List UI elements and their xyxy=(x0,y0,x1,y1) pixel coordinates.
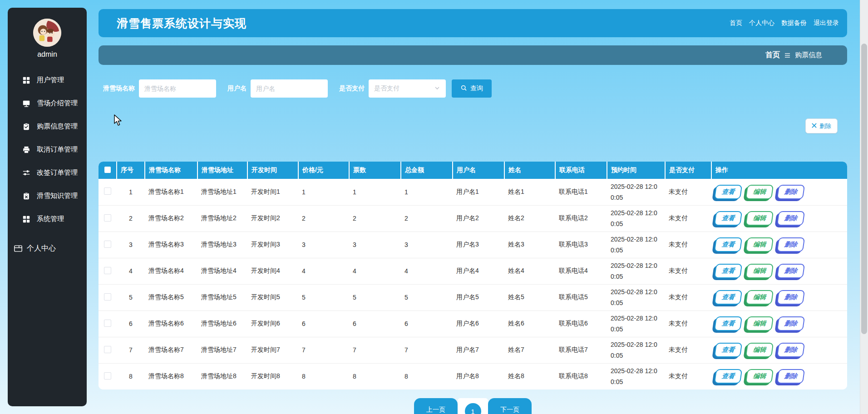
cell-paid: 未支付 xyxy=(665,363,711,389)
col-header-11: 是否支付 xyxy=(665,162,711,179)
cell-name: 滑雪场名称1 xyxy=(145,179,197,205)
edit-button[interactable]: 编辑 xyxy=(745,264,774,278)
sidebar-item-label: 滑雪知识管理 xyxy=(37,192,78,200)
row-checkbox[interactable] xyxy=(104,346,111,353)
cell-reserve_time: 2025-02-28 12:00:05 xyxy=(607,284,665,310)
delete-button[interactable]: 删除 xyxy=(777,343,805,357)
row-checkbox[interactable] xyxy=(104,320,111,327)
table-body: 1滑雪场名称1滑雪场地址1开发时间1111用户名1姓名1联系电话12025-02… xyxy=(99,179,847,389)
table-row: 5滑雪场名称5滑雪场地址5开发时间5555用户名5姓名5联系电话52025-02… xyxy=(99,284,847,310)
cell-realname: 姓名2 xyxy=(504,205,555,232)
sidebar-item-4[interactable]: 改签订单管理 xyxy=(8,161,87,184)
sidebar-item-1[interactable]: 雪场介绍管理 xyxy=(8,92,87,115)
edit-button[interactable]: 编辑 xyxy=(745,211,774,226)
cell-phone: 联系电话3 xyxy=(555,232,607,258)
view-button[interactable]: 查看 xyxy=(714,316,742,331)
view-button[interactable]: 查看 xyxy=(714,369,742,384)
scrollbar-track[interactable] xyxy=(860,0,868,414)
nav-link-3[interactable]: 退出登录 xyxy=(814,19,839,27)
edit-button[interactable]: 编辑 xyxy=(745,237,774,252)
edit-button[interactable]: 编辑 xyxy=(745,343,774,357)
table-row: 4滑雪场名称4滑雪场地址4开发时间4444用户名4姓名4联系电话42025-02… xyxy=(99,258,847,284)
edit-button[interactable]: 编辑 xyxy=(745,185,774,199)
delete-button[interactable]: 删除 xyxy=(777,185,805,199)
sidebar-item-2[interactable]: 购票信息管理 xyxy=(8,115,87,138)
cell-select xyxy=(99,232,117,258)
delete-button[interactable]: 删除 xyxy=(777,316,805,331)
cell-actions: 查看编辑删除 xyxy=(711,363,847,389)
view-button[interactable]: 查看 xyxy=(714,343,742,357)
cell-address: 滑雪场地址4 xyxy=(197,258,247,284)
action-buttons: 查看编辑删除 xyxy=(715,264,843,278)
edit-button[interactable]: 编辑 xyxy=(745,369,774,384)
view-button[interactable]: 查看 xyxy=(714,211,742,226)
view-button[interactable]: 查看 xyxy=(714,185,742,199)
row-checkbox[interactable] xyxy=(104,293,111,301)
search-button[interactable]: 查询 xyxy=(452,79,492,98)
clipboard-x-icon xyxy=(22,192,31,201)
snowfield-name-input[interactable] xyxy=(139,79,216,98)
edit-button[interactable]: 编辑 xyxy=(745,290,774,305)
cell-open_time: 开发时间3 xyxy=(247,232,298,258)
col-header-8: 姓名 xyxy=(504,162,555,179)
cell-actions: 查看编辑删除 xyxy=(711,337,847,363)
sidebar-item-6[interactable]: 系统管理 xyxy=(8,207,87,231)
delete-button[interactable]: 删除 xyxy=(777,369,805,384)
breadcrumb-home[interactable]: 首页 xyxy=(765,50,780,60)
nav-link-2[interactable]: 数据备份 xyxy=(781,19,807,27)
row-checkbox[interactable] xyxy=(104,187,111,195)
delete-button[interactable]: 删除 xyxy=(777,237,805,252)
next-page-button[interactable]: 下一页 xyxy=(488,398,532,414)
nav-link-1[interactable]: 个人中心 xyxy=(749,19,774,27)
paid-select[interactable]: 是否支付 xyxy=(369,79,446,98)
col-header-12: 操作 xyxy=(711,162,847,179)
cell-phone: 联系电话6 xyxy=(555,310,607,337)
cell-total: 2 xyxy=(401,205,453,232)
select-all-header xyxy=(99,162,117,179)
filter-label-paid: 是否支付 xyxy=(339,84,365,93)
cell-tickets: 7 xyxy=(349,337,401,363)
page-number[interactable]: 1 xyxy=(465,403,481,414)
row-checkbox[interactable] xyxy=(104,214,111,222)
cell-total: 7 xyxy=(401,337,453,363)
select-all-checkbox[interactable] xyxy=(104,167,111,173)
cell-price: 8 xyxy=(298,363,349,389)
cell-select xyxy=(99,205,117,232)
cell-paid: 未支付 xyxy=(665,205,711,232)
grid-icon xyxy=(22,76,31,85)
delete-button[interactable]: 删除 xyxy=(777,211,805,226)
row-checkbox[interactable] xyxy=(104,372,111,380)
cell-index: 1 xyxy=(117,179,145,205)
cell-realname: 姓名8 xyxy=(504,363,555,389)
breadcrumb: 首页 购票信息 xyxy=(99,45,847,65)
row-checkbox[interactable] xyxy=(104,267,111,274)
mouse-cursor xyxy=(113,114,123,128)
delete-button[interactable]: 删除 xyxy=(805,118,838,133)
edit-button[interactable]: 编辑 xyxy=(745,316,774,331)
sidebar-item-3[interactable]: 取消订单管理 xyxy=(8,138,87,161)
cell-realname: 姓名3 xyxy=(504,232,555,258)
view-button[interactable]: 查看 xyxy=(714,264,742,278)
username-input[interactable] xyxy=(251,79,328,98)
prev-page-button[interactable]: 上一页 xyxy=(414,398,458,414)
cell-total: 6 xyxy=(401,310,453,337)
sidebar-item-5[interactable]: 滑雪知识管理 xyxy=(8,184,87,207)
sidebar-item-personal[interactable]: 个人中心 xyxy=(8,236,87,261)
scrollbar-thumb[interactable] xyxy=(861,44,867,334)
cell-reserve_time: 2025-02-28 12:00:05 xyxy=(607,363,665,389)
view-button[interactable]: 查看 xyxy=(714,290,742,305)
delete-button[interactable]: 删除 xyxy=(777,264,805,278)
sidebar-item-0[interactable]: 用户管理 xyxy=(8,69,87,92)
page-title: 滑雪售票系统设计与实现 xyxy=(117,16,247,31)
sidebar-item-label: 个人中心 xyxy=(27,244,56,253)
view-button[interactable]: 查看 xyxy=(714,237,742,252)
cell-price: 5 xyxy=(298,284,349,310)
cell-price: 3 xyxy=(298,232,349,258)
cell-open_time: 开发时间5 xyxy=(247,284,298,310)
delete-button[interactable]: 删除 xyxy=(777,290,805,305)
row-checkbox[interactable] xyxy=(104,241,111,248)
nav-link-0[interactable]: 首页 xyxy=(730,19,742,27)
cell-reserve_time: 2025-02-28 12:00:05 xyxy=(607,337,665,363)
cell-realname: 姓名7 xyxy=(504,337,555,363)
window-icon xyxy=(14,244,23,253)
